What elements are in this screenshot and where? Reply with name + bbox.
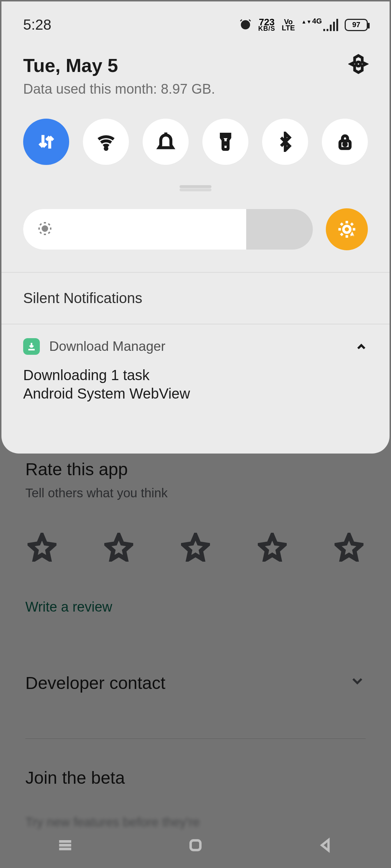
qs-dnd[interactable] (143, 119, 189, 165)
shade-drag-handle[interactable] (180, 185, 211, 188)
qs-bluetooth[interactable] (262, 119, 308, 165)
brightness-low-icon (36, 220, 54, 239)
qs-mobile-data[interactable] (23, 119, 69, 165)
svg-text:A: A (350, 231, 354, 237)
svg-point-3 (224, 142, 226, 144)
notification-app-name: Download Manager (49, 339, 165, 354)
notification-shade: 5:28 723KB/S VoLTE ▲▼ 4G 97 Tue, May 5 D… (1, 1, 390, 454)
brightness-row: A (1, 188, 390, 272)
nav-back[interactable] (315, 834, 337, 856)
shade-header: Tue, May 5 Data used this month: 8.97 GB… (1, 33, 390, 97)
auto-brightness-toggle[interactable]: A (326, 208, 368, 250)
battery-indicator: 97 (345, 19, 368, 31)
svg-marker-13 (322, 840, 328, 850)
net-speed: 723KB/S (258, 18, 275, 31)
nav-home[interactable] (185, 834, 206, 856)
qs-flashlight[interactable] (202, 119, 248, 165)
brightness-slider[interactable] (23, 209, 313, 250)
download-icon (23, 338, 40, 355)
data-usage-label[interactable]: Data used this month: 8.97 GB. (23, 81, 368, 97)
svg-point-1 (356, 62, 361, 66)
settings-button[interactable] (348, 54, 369, 76)
volte-indicator: VoLTE (282, 19, 295, 31)
notification-subtitle: Android System WebView (23, 386, 368, 402)
svg-point-7 (344, 226, 350, 233)
svg-rect-12 (191, 841, 201, 850)
nav-recents[interactable] (54, 834, 76, 856)
notification-card[interactable]: Download Manager Downloading 1 task Andr… (1, 324, 390, 424)
system-nav-bar (0, 829, 391, 861)
notification-title: Downloading 1 task (23, 367, 368, 383)
date-label: Tue, May 5 (23, 55, 368, 76)
chevron-up-icon[interactable] (355, 340, 368, 355)
quick-settings (1, 97, 390, 165)
svg-point-5 (344, 143, 346, 146)
svg-point-2 (105, 148, 107, 149)
qs-lock[interactable] (322, 119, 368, 165)
signal-indicator: ▲▼ 4G (302, 19, 338, 31)
status-bar: 5:28 723KB/S VoLTE ▲▼ 4G 97 (1, 1, 390, 33)
qs-wifi[interactable] (83, 119, 129, 165)
silent-section-header: Silent Notifications (1, 273, 390, 324)
svg-point-6 (43, 226, 47, 231)
status-time: 5:28 (23, 17, 51, 33)
alarm-icon (239, 18, 252, 32)
